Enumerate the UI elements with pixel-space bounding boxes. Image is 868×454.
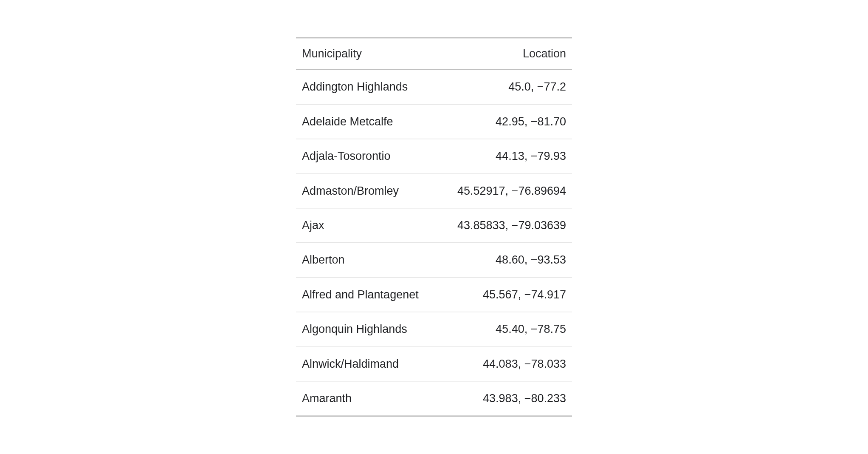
cell-municipality: Addington Highlands	[296, 70, 438, 105]
cell-municipality: Alnwick/Haldimand	[296, 346, 438, 381]
municipality-table: Municipality Location Addington Highland…	[296, 37, 572, 417]
table-row: Alfred and Plantagenet 45.567, −74.917	[296, 278, 572, 312]
cell-municipality: Algonquin Highlands	[296, 312, 438, 346]
cell-location: 42.95, −81.70	[438, 105, 572, 139]
table-row: Adelaide Metcalfe 42.95, −81.70	[296, 105, 572, 139]
municipality-table-wrap: Municipality Location Addington Highland…	[296, 37, 572, 417]
cell-location: 45.40, −78.75	[438, 312, 572, 346]
table-row: Admaston/Bromley 45.52917, −76.89694	[296, 173, 572, 208]
table-row: Addington Highlands 45.0, −77.2	[296, 70, 572, 105]
cell-location: 44.13, −79.93	[438, 139, 572, 173]
table-row: Amaranth 43.983, −80.233	[296, 381, 572, 416]
cell-municipality: Ajax	[296, 208, 438, 243]
table-row: Ajax 43.85833, −79.03639	[296, 208, 572, 243]
cell-municipality: Alberton	[296, 243, 438, 277]
cell-location: 43.983, −80.233	[438, 381, 572, 416]
header-location: Location	[438, 38, 572, 70]
table-row: Adjala-Tosorontio 44.13, −79.93	[296, 139, 572, 173]
cell-location: 45.52917, −76.89694	[438, 173, 572, 208]
table-row: Alnwick/Haldimand 44.083, −78.033	[296, 346, 572, 381]
cell-location: 44.083, −78.033	[438, 346, 572, 381]
cell-location: 45.0, −77.2	[438, 70, 572, 105]
cell-location: 45.567, −74.917	[438, 278, 572, 312]
table-row: Alberton 48.60, −93.53	[296, 243, 572, 277]
cell-municipality: Adjala-Tosorontio	[296, 139, 438, 173]
cell-municipality: Alfred and Plantagenet	[296, 278, 438, 312]
cell-municipality: Adelaide Metcalfe	[296, 105, 438, 139]
table-row: Algonquin Highlands 45.40, −78.75	[296, 312, 572, 346]
header-municipality: Municipality	[296, 38, 438, 70]
cell-location: 48.60, −93.53	[438, 243, 572, 277]
cell-municipality: Admaston/Bromley	[296, 173, 438, 208]
cell-location: 43.85833, −79.03639	[438, 208, 572, 243]
table-header-row: Municipality Location	[296, 38, 572, 70]
table-body: Addington Highlands 45.0, −77.2 Adelaide…	[296, 70, 572, 416]
cell-municipality: Amaranth	[296, 381, 438, 416]
